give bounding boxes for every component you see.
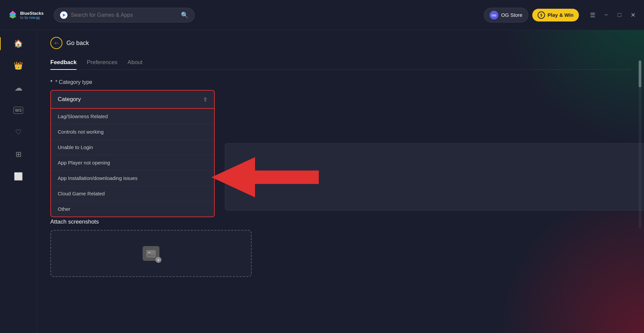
- play-win-icon: $: [538, 11, 545, 19]
- category-dropdown[interactable]: Category ⇧ Lag/Slowness Related Controls…: [50, 90, 215, 217]
- scrollbar-thumb[interactable]: [639, 60, 641, 87]
- og-store-icon: OG: [490, 11, 498, 19]
- red-arrow-annotation: [211, 157, 319, 199]
- svg-text:OG: OG: [492, 14, 496, 17]
- main-content: ← Go back Feedback Preferences About * *…: [37, 30, 644, 333]
- play-win-button[interactable]: $ Play & Win: [532, 9, 579, 21]
- dropdown-item-lag[interactable]: Lag/Slowness Related: [51, 109, 214, 124]
- search-bar[interactable]: 🔍: [54, 8, 195, 22]
- og-store-button[interactable]: OG OG Store: [484, 8, 528, 22]
- window-controls: ☰ − □ ✕: [588, 11, 637, 19]
- layers-icon: ⊞: [15, 150, 21, 159]
- square-icon: ⬜: [14, 172, 23, 181]
- bluestacks-logo-icon: [7, 6, 19, 24]
- maximize-button[interactable]: □: [615, 11, 624, 19]
- sidebar-item-w3[interactable]: W3: [7, 100, 30, 120]
- dropdown-item-app-installation[interactable]: App Installation/downloading issues: [51, 171, 214, 186]
- play-store-icon: [60, 11, 67, 19]
- dropdown-item-cloud-game[interactable]: Cloud Game Related: [51, 186, 214, 201]
- dropdown-selected-value: Category: [58, 96, 81, 103]
- svg-marker-11: [211, 157, 319, 197]
- sidebar-item-square[interactable]: ⬜: [7, 166, 30, 187]
- header: BlueStacks by by now.gg 🔍 OG OG Store: [0, 0, 644, 30]
- w3-icon: W3: [13, 107, 23, 114]
- sidebar-item-heart[interactable]: ♡: [7, 122, 30, 142]
- go-back-button[interactable]: ← Go back: [50, 37, 631, 49]
- category-type-label: * * Category type: [50, 79, 631, 85]
- dropdown-item-app-player[interactable]: App Player not opening: [51, 155, 214, 171]
- header-right: OG OG Store $ Play & Win ☰ − □ ✕: [484, 8, 637, 22]
- sidebar-item-crown[interactable]: 👑: [7, 56, 30, 76]
- logo: BlueStacks by by now.gg: [7, 6, 44, 24]
- home-icon: 🏠: [14, 39, 23, 48]
- play-win-label: Play & Win: [548, 12, 574, 18]
- tab-feedback[interactable]: Feedback: [50, 56, 77, 70]
- image-placeholder-icon: +: [143, 246, 159, 261]
- logo-subtitle: by by now.gg: [20, 16, 44, 19]
- back-circle-icon: ←: [50, 37, 62, 49]
- sidebar-item-cloud[interactable]: ☁: [7, 78, 30, 98]
- scrollbar-track: [639, 60, 641, 228]
- go-back-label: Go back: [66, 40, 89, 47]
- logo-bluestacks-text: BlueStacks: [20, 11, 44, 16]
- svg-text:$: $: [540, 13, 542, 17]
- hamburger-menu-button[interactable]: ☰: [588, 11, 597, 19]
- attach-icon: +: [143, 246, 159, 261]
- dropdown-item-controls[interactable]: Controls not working: [51, 124, 214, 140]
- tab-about[interactable]: About: [128, 56, 142, 70]
- chevron-up-icon: ⇧: [203, 96, 207, 103]
- minimize-button[interactable]: −: [602, 11, 610, 19]
- search-input[interactable]: [71, 12, 181, 18]
- crown-icon: 👑: [14, 61, 23, 70]
- dropdown-item-unable-login[interactable]: Unable to Login: [51, 140, 214, 155]
- active-indicator: [0, 37, 1, 50]
- dropdown-header[interactable]: Category ⇧: [50, 90, 215, 109]
- attach-upload-area[interactable]: +: [50, 230, 252, 277]
- add-image-icon: +: [155, 257, 161, 263]
- og-store-label: OG Store: [501, 12, 522, 18]
- tabs: Feedback Preferences About: [50, 56, 631, 70]
- search-magnify-icon: 🔍: [181, 11, 188, 19]
- sidebar-item-layers[interactable]: ⊞: [7, 144, 30, 164]
- dropdown-list: Lag/Slowness Related Controls not workin…: [50, 109, 215, 217]
- tab-preferences[interactable]: Preferences: [87, 56, 117, 70]
- close-button[interactable]: ✕: [629, 11, 637, 19]
- attach-section: Attach screenshots +: [50, 219, 631, 277]
- sidebar: 🏠 👑 ☁ W3 ♡ ⊞ ⬜: [0, 30, 37, 333]
- heart-icon: ♡: [15, 128, 22, 137]
- sidebar-item-home[interactable]: 🏠: [7, 34, 30, 54]
- cloud-icon: ☁: [14, 83, 22, 93]
- dropdown-item-other[interactable]: Other: [51, 201, 214, 217]
